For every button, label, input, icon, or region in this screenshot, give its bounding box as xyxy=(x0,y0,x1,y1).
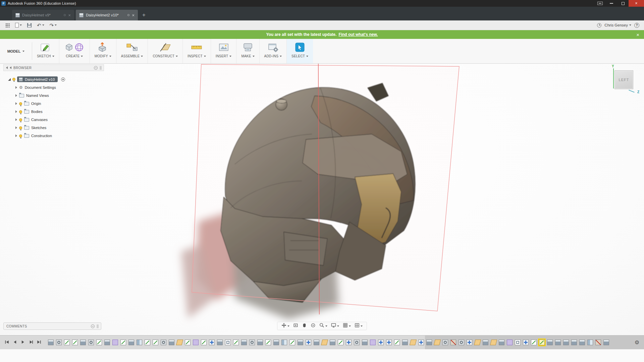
pan-tool[interactable] xyxy=(281,323,289,329)
pan-hand-tool[interactable] xyxy=(302,323,307,329)
timeline-move-icon[interactable] xyxy=(378,340,384,345)
visibility-bulb-icon[interactable] xyxy=(19,134,22,137)
timeline-step-back-button[interactable] xyxy=(13,340,17,346)
close-button[interactable]: × xyxy=(629,0,644,7)
timeline-extrude-icon[interactable] xyxy=(402,340,408,345)
expand-open-icon[interactable] xyxy=(8,78,11,81)
tab-close-icon[interactable]: × xyxy=(132,13,135,17)
timeline-extrude-icon[interactable] xyxy=(80,340,86,345)
timeline-sketch-icon[interactable] xyxy=(233,340,239,345)
zoom-tool[interactable] xyxy=(319,323,327,329)
comments-bar[interactable]: COMMENTS xyxy=(3,322,101,330)
timeline-move-icon[interactable] xyxy=(346,340,352,345)
timeline-move-icon[interactable] xyxy=(418,340,424,345)
timeline-sketch-icon[interactable] xyxy=(289,340,295,345)
timeline-fillet-icon[interactable] xyxy=(88,340,94,345)
timeline-extrude-icon[interactable] xyxy=(426,340,432,345)
expand-closed-icon[interactable] xyxy=(15,102,17,105)
expand-closed-icon[interactable] xyxy=(15,118,17,121)
workspace-selector[interactable]: MODEL xyxy=(0,42,32,60)
ribbon-group-construct[interactable]: CONSTRUCT xyxy=(148,39,182,63)
timeline-sketch-icon[interactable] xyxy=(96,340,102,345)
timeline-sketch-icon[interactable] xyxy=(153,340,158,345)
expand-closed-icon[interactable] xyxy=(15,110,17,113)
drag-grip-icon[interactable] xyxy=(97,324,98,328)
ribbon-group-inspect[interactable]: INSPECT xyxy=(182,39,211,63)
active-document-pill[interactable]: DaisyHelmet2 v10 xyxy=(17,76,58,82)
timeline-sketch-icon[interactable] xyxy=(120,340,126,345)
display-settings-tool[interactable] xyxy=(331,323,339,329)
timeline-extrude-icon[interactable] xyxy=(314,340,319,345)
timeline-extrude-icon[interactable] xyxy=(483,340,488,345)
document-tab[interactable]: DaisyHelmet2 v10*× xyxy=(76,10,138,20)
browser-item-canvases[interactable]: Canvases xyxy=(3,116,104,124)
redo-button[interactable]: ↷ xyxy=(48,21,59,29)
timeline-extrude-icon[interactable] xyxy=(603,340,609,345)
ribbon-group-modify[interactable]: MODIFY xyxy=(90,39,116,63)
timeline-move-icon[interactable] xyxy=(306,340,311,345)
timeline-skip-start-button[interactable] xyxy=(5,340,9,346)
timeline-plane-icon[interactable] xyxy=(434,340,441,345)
timeline-sketch-icon[interactable] xyxy=(531,340,537,345)
whats-new-link[interactable]: Find out what's new. xyxy=(338,32,378,37)
orbit-tool[interactable] xyxy=(311,323,316,329)
timeline-sketch-icon[interactable] xyxy=(72,340,78,345)
collapse-panel-icon[interactable] xyxy=(91,324,95,328)
model-viewport[interactable]: Y LEFT Z BROWSER DaisyHelmet2 v10 ⚙Docum… xyxy=(0,64,644,335)
timeline-fillet-icon[interactable] xyxy=(161,340,166,345)
timeline-plane-icon[interactable] xyxy=(410,340,417,345)
timeline-combine-icon[interactable] xyxy=(507,340,513,345)
ribbon-group-assemble[interactable]: ASSEMBLE xyxy=(116,39,148,63)
timeline-fillet-icon[interactable] xyxy=(459,340,464,345)
tab-close-icon[interactable]: × xyxy=(68,13,71,17)
timeline-fillet-icon[interactable] xyxy=(56,340,62,345)
timeline-extrude-icon[interactable] xyxy=(298,340,303,345)
ribbon-group-add-ins[interactable]: ADD-INS xyxy=(259,39,287,63)
expand-closed-icon[interactable] xyxy=(15,94,17,97)
timeline-sketch-icon[interactable] xyxy=(185,340,191,345)
timeline-extrude-icon[interactable] xyxy=(48,340,54,345)
timeline-skip-end-button[interactable] xyxy=(37,340,41,346)
timeline-shell-icon[interactable] xyxy=(225,340,231,345)
timeline-split-icon[interactable] xyxy=(595,340,601,345)
timeline-mirror-icon[interactable] xyxy=(281,340,287,345)
timeline-combine-icon[interactable] xyxy=(370,340,376,345)
timeline-extrude-icon[interactable] xyxy=(555,340,561,345)
app-launcher-button[interactable] xyxy=(3,21,11,29)
browser-item-sketches[interactable]: Sketches xyxy=(3,124,104,132)
timeline-extrude-icon[interactable] xyxy=(579,340,585,345)
undo-button[interactable]: ↶ xyxy=(35,21,46,29)
timeline-sketch-icon[interactable] xyxy=(338,340,343,345)
timeline-extrude-icon[interactable] xyxy=(169,340,174,345)
timeline-shell-icon[interactable] xyxy=(515,340,521,345)
timeline-sketch-icon[interactable] xyxy=(265,340,271,345)
timeline-move-icon[interactable] xyxy=(386,340,392,345)
timeline-settings-gear-icon[interactable]: ⚙ xyxy=(635,340,644,345)
timeline-extrude-icon[interactable] xyxy=(273,340,279,345)
timeline-fillet-icon[interactable] xyxy=(354,340,360,345)
browser-item-construction[interactable]: Construction xyxy=(3,132,104,140)
visibility-bulb-icon[interactable] xyxy=(19,102,22,105)
timeline-combine-icon[interactable] xyxy=(112,340,118,345)
view-cube[interactable]: Y LEFT Z xyxy=(612,65,639,94)
timeline-fillet-icon[interactable] xyxy=(442,340,448,345)
timeline-extrude-icon[interactable] xyxy=(330,340,335,345)
touch-keyboard-icon[interactable] xyxy=(594,0,606,7)
browser-item-document-settings[interactable]: ⚙Document Settings xyxy=(3,83,104,92)
expand-closed-icon[interactable] xyxy=(15,86,17,89)
timeline-extrude-icon[interactable] xyxy=(257,340,263,345)
timeline-split-icon[interactable] xyxy=(450,340,456,345)
ribbon-group-create[interactable]: CREATE xyxy=(59,39,90,63)
help-button[interactable]: ? xyxy=(634,23,639,28)
browser-root-item[interactable]: DaisyHelmet2 v10 xyxy=(8,76,104,82)
timeline-sketch-icon[interactable] xyxy=(145,340,150,345)
ribbon-group-make[interactable]: MAKE xyxy=(236,39,259,63)
visibility-bulb-icon[interactable] xyxy=(19,126,22,129)
browser-item-named-views[interactable]: Named Views xyxy=(3,92,104,100)
timeline-move-icon[interactable] xyxy=(523,340,529,345)
timeline-sketch-icon[interactable] xyxy=(394,340,400,345)
file-menu-button[interactable] xyxy=(13,21,23,29)
visibility-bulb-icon[interactable] xyxy=(12,78,15,81)
new-tab-button[interactable]: + xyxy=(140,11,148,19)
save-button[interactable] xyxy=(25,21,33,29)
